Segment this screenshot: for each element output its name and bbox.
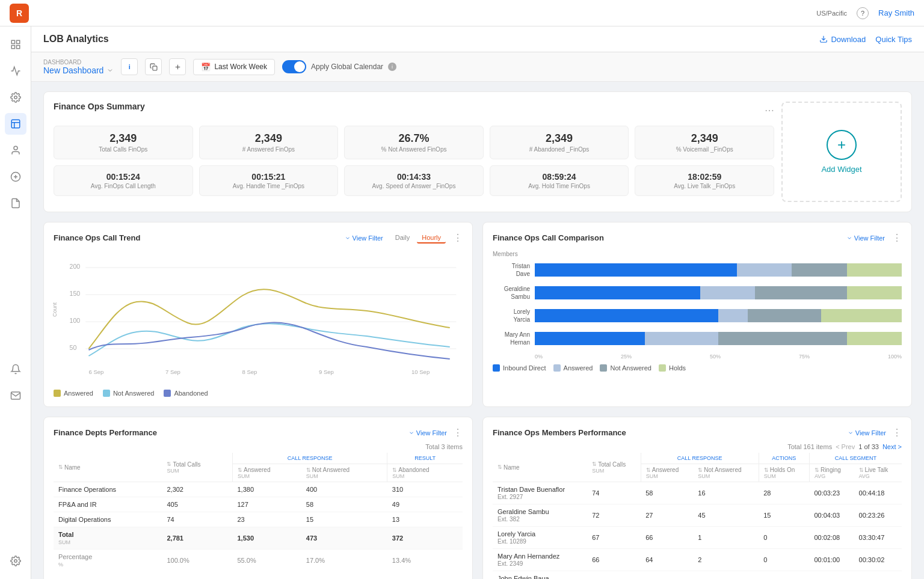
dept-performance-title: Finance Depts Performance	[54, 428, 157, 437]
app-logo: R	[10, 4, 29, 23]
members-colgroup-actions: ACTIONS	[759, 453, 809, 464]
dept-performance-header: Finance Depts Performance View Filter ⋮	[54, 427, 463, 438]
tab-daily[interactable]: Daily	[390, 233, 414, 244]
dept-performance-table: ⇅ Name ⇅ Total Calls SUM CALL RESPONSE R…	[54, 453, 463, 571]
next-button[interactable]: Next >	[882, 443, 902, 450]
bar-segment-holds	[847, 332, 902, 345]
bar-geraldine	[535, 286, 902, 299]
table-row: John Edwin BauaExt. 404 65 63 2 0 00:01:…	[493, 571, 902, 580]
members-view-filter[interactable]: View Filter	[848, 429, 886, 437]
dept-colgroup-result: RESULT	[387, 453, 463, 464]
apply-calendar-label: Apply Global Calendar	[311, 63, 383, 71]
quick-tips-button[interactable]: Quick Tips	[875, 35, 912, 44]
call-comparison-header: Finance Ops Call Comparison View Filter …	[493, 232, 902, 244]
tab-hourly[interactable]: Hourly	[417, 233, 446, 244]
call-trend-menu-icon[interactable]: ⋮	[453, 232, 463, 244]
call-trend-chart: 200 150 100 50 Count	[54, 251, 463, 397]
sidebar-item-report[interactable]	[5, 192, 26, 214]
dept-col-answered: ⇅ Answered SUM	[232, 464, 301, 482]
table-row: FP&A and IR 405 127 58 49	[54, 497, 463, 512]
table-row: Finance Operations 2,302 1,380 400 310	[54, 482, 463, 497]
bar-axis: 0% 25% 50% 75% 100%	[493, 354, 902, 360]
svg-point-12	[14, 560, 17, 563]
svg-point-4	[14, 96, 17, 99]
sidebar-item-mail[interactable]	[5, 385, 26, 406]
download-button[interactable]: Download	[819, 35, 866, 44]
call-trend-header-right: View Filter Daily Hourly ⋮	[345, 232, 463, 244]
bar-lorely	[535, 309, 902, 322]
content-area: Finance Ops Summary ⋯ 2,349 Total Calls …	[31, 82, 924, 579]
members-performance-table: ⇅ Name ⇅ Total Calls SUM CALL RESPONSE A…	[493, 453, 902, 579]
stat-card-voicemail: 2,349 % Voicemail _FinOps	[635, 126, 774, 159]
svg-text:7 Sep: 7 Sep	[165, 369, 180, 375]
members-col-not-answered: ⇅ Not Answered SUM	[693, 464, 759, 482]
call-trend-title: Finance Ops Call Trend	[54, 233, 140, 242]
date-range-button[interactable]: 📅 Last Work Week	[193, 59, 275, 75]
sidebar-item-gear[interactable]	[5, 550, 26, 572]
sidebar-item-user[interactable]	[5, 139, 26, 161]
add-widget-panel[interactable]: + Add Widget	[781, 102, 902, 202]
bar-segment-answered	[700, 286, 756, 299]
sidebar-item-bell[interactable]	[5, 358, 26, 380]
bar-segment-answered	[737, 263, 792, 277]
summary-menu-icon[interactable]: ⋯	[765, 105, 774, 116]
call-comparison-view-filter[interactable]: View Filter	[846, 234, 885, 242]
sidebar-item-settings[interactable]	[5, 87, 26, 108]
charts-row: Finance Ops Call Trend View Filter Daily…	[43, 222, 912, 407]
apply-calendar-info-icon: i	[388, 63, 396, 71]
call-trend-legend: Answered Not Answered Abandoned	[54, 390, 463, 397]
members-col-total: ⇅ Total Calls SUM	[587, 453, 641, 482]
sidebar-item-chart[interactable]	[5, 60, 26, 82]
legend-inbound-dot	[493, 364, 500, 372]
sidebar-item-analytics[interactable]	[5, 166, 26, 188]
bar-legend: Inbound Direct Answered Not Answered	[493, 364, 902, 372]
dept-menu-icon[interactable]: ⋮	[453, 427, 463, 438]
bar-row-lorely: LorelyYarcia	[493, 308, 902, 323]
help-icon[interactable]: ?	[857, 7, 869, 19]
members-menu-icon[interactable]: ⋮	[892, 427, 902, 438]
sidebar-item-lob[interactable]	[5, 113, 26, 135]
members-col-ringing: ⇅ Ringing AVG	[809, 464, 854, 482]
info-button[interactable]: i	[121, 58, 138, 75]
topbar-left: R	[10, 4, 29, 23]
table-row: Digital Operations 74 23 15 13	[54, 512, 463, 527]
dept-colgroup-call-response: CALL RESPONSE	[232, 453, 387, 464]
svg-rect-5	[11, 120, 20, 128]
bar-row-mary: Mary AnnHernan	[493, 331, 902, 346]
table-row: Tristan Dave BuenaflorExt. 2927 74 58 16…	[493, 482, 902, 504]
dept-col-abandoned: ⇅ Abandoned SUM	[387, 464, 463, 482]
topbar-right: US/Pacific ? Ray Smith	[816, 7, 914, 19]
copy-button[interactable]	[145, 58, 162, 75]
page-info: 1 of 33	[858, 443, 879, 450]
prev-button[interactable]: < Prev	[836, 443, 855, 450]
summary-title: Finance Ops Summary	[54, 102, 145, 111]
svg-text:10 Sep: 10 Sep	[411, 369, 430, 375]
members-col-live-talk: ⇅ Live Talk AVG	[854, 464, 902, 482]
sidebar-item-home[interactable]	[5, 34, 26, 55]
bar-segment-not-answered	[748, 309, 821, 322]
stat-card-total-calls: 2,349 Total Calls FinOps	[54, 126, 193, 159]
members-colgroup-call-response: CALL RESPONSE	[641, 453, 759, 464]
call-comparison-chart: TristanDave GeraldineSambu	[493, 262, 902, 372]
dashboard-selector[interactable]: DASHBOARD New Dashboard	[43, 59, 114, 75]
call-comparison-menu-icon[interactable]: ⋮	[892, 232, 902, 244]
svg-rect-3	[16, 46, 19, 49]
bar-row-geraldine: GeraldineSambu	[493, 285, 902, 301]
bar-label-geraldine: GeraldineSambu	[493, 285, 535, 301]
svg-rect-0	[11, 40, 14, 43]
calendar-toggle-switch[interactable]	[282, 60, 306, 73]
username-label[interactable]: Ray Smith	[878, 8, 914, 17]
call-trend-view-filter[interactable]: View Filter	[345, 234, 383, 242]
stat-card-hold-time: 08:59:24 Avg. Hold Time FinOps	[490, 165, 629, 196]
members-col-holds-on: ⇅ Holds On SUM	[759, 464, 809, 482]
add-button[interactable]	[169, 58, 186, 75]
call-trend-section: Finance Ops Call Trend View Filter Daily…	[43, 222, 473, 407]
svg-point-8	[14, 146, 17, 150]
dept-view-filter[interactable]: View Filter	[408, 429, 447, 437]
add-widget-circle: +	[827, 130, 857, 160]
legend-holds-dot	[659, 364, 666, 372]
page-header: LOB Analytics Download Quick Tips	[31, 26, 924, 52]
stats-row-2: 00:15:24 Avg. FinOps Call Length 00:15:2…	[54, 165, 774, 196]
dashboard-name: New Dashboard	[43, 66, 103, 75]
call-trend-tabs: Daily Hourly	[390, 233, 446, 244]
